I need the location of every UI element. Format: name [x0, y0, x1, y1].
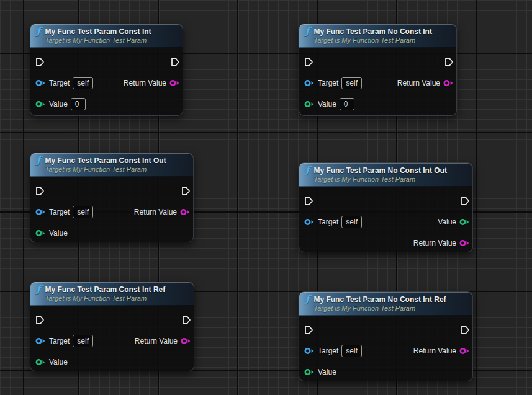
node-header[interactable]: ƒMy Func Test Param Const Int OutTarget …	[30, 153, 193, 177]
node-header[interactable]: ƒMy Func Test Param No Const IntTarget i…	[299, 24, 456, 48]
target-default-input[interactable]: self	[341, 77, 362, 89]
return-value-pin[interactable]	[181, 337, 191, 345]
value-pin[interactable]	[35, 100, 46, 108]
value-label: Value	[49, 100, 68, 109]
pin-row	[299, 190, 472, 211]
pin-cell-left: Value	[30, 229, 68, 237]
target-label: Target	[318, 218, 338, 226]
target-default-input[interactable]: self	[73, 77, 93, 89]
node-subtitle: Target is My Function Test Param	[45, 166, 166, 174]
blueprint-node-const-int[interactable]: ƒMy Func Test Param Const IntTarget is M…	[30, 24, 183, 116]
target-pin[interactable]	[304, 347, 315, 355]
node-header[interactable]: ƒMy Func Test Param Const IntTarget is M…	[30, 24, 183, 48]
exec-in-pin[interactable]	[304, 325, 313, 335]
pin-cell-left: Value	[299, 368, 336, 376]
pin-cell-right	[461, 196, 472, 206]
exec-in-pin[interactable]	[304, 57, 313, 67]
pin-row	[299, 51, 456, 73]
value-default-input[interactable]: 0	[340, 98, 354, 110]
exec-out-pin[interactable]	[181, 186, 191, 196]
value-label: Value	[438, 218, 456, 226]
node-subtitle: Target is My Function Test Param	[45, 37, 151, 45]
return-value-label: Return Value	[134, 208, 177, 216]
pin-row	[30, 51, 183, 73]
target-default-input[interactable]: self	[341, 216, 362, 228]
target-default-input[interactable]: self	[341, 345, 362, 357]
function-icon: ƒ	[37, 285, 40, 294]
value-default-input[interactable]: 0	[71, 98, 86, 110]
node-body: TargetselfReturn ValueValue0	[30, 48, 183, 117]
pin-row: TargetselfReturn Value	[30, 73, 183, 94]
pin-cell-right: Return Value	[413, 239, 472, 247]
node-title: My Func Test Param No Const Int Ref	[313, 295, 446, 304]
pin-cell-left	[299, 325, 313, 335]
pin-cell-right	[182, 315, 194, 325]
target-default-input[interactable]: self	[73, 206, 93, 218]
pin-cell-left: Targetself	[30, 335, 93, 347]
blueprint-canvas[interactable]: ƒMy Func Test Param Const IntTarget is M…	[0, 0, 532, 395]
node-title: My Func Test Param Const Int	[45, 27, 151, 37]
exec-in-pin[interactable]	[35, 315, 45, 325]
pin-row: TargetselfReturn Value	[30, 202, 193, 223]
node-header[interactable]: ƒMy Func Test Param Const Int RefTarget …	[30, 282, 194, 306]
exec-out-pin[interactable]	[182, 315, 191, 325]
exec-in-pin[interactable]	[304, 196, 313, 206]
value-pin[interactable]	[304, 368, 315, 376]
function-icon: ƒ	[305, 295, 309, 304]
node-body: TargetselfReturn ValueValue	[30, 177, 193, 246]
pin-cell-right	[181, 186, 193, 196]
exec-out-pin[interactable]	[171, 57, 180, 67]
target-label: Target	[49, 337, 70, 345]
blueprint-node-no-const-int-ref[interactable]: ƒMy Func Test Param No Const Int RefTarg…	[299, 291, 473, 381]
target-pin[interactable]	[35, 79, 46, 87]
pin-row: TargetselfValue	[299, 211, 472, 233]
node-titles: My Func Test Param No Const Int OutTarge…	[313, 163, 446, 187]
return-value-pin[interactable]	[443, 79, 454, 87]
node-titles: My Func Test Param No Const Int RefTarge…	[313, 292, 446, 316]
blueprint-node-const-int-ref[interactable]: ƒMy Func Test Param Const Int RefTarget …	[30, 282, 194, 371]
exec-in-pin[interactable]	[35, 57, 45, 67]
pin-row: Value	[299, 362, 472, 383]
pin-row: Value	[30, 352, 194, 373]
target-pin[interactable]	[35, 337, 46, 345]
node-title: My Func Test Param No Const Int Out	[313, 166, 446, 175]
blueprint-node-const-int-out[interactable]: ƒMy Func Test Param Const Int OutTarget …	[30, 153, 194, 242]
node-header[interactable]: ƒMy Func Test Param No Const Int OutTarg…	[299, 163, 472, 187]
node-titles: My Func Test Param No Const IntTarget is…	[313, 24, 431, 48]
pin-row: Value0	[299, 94, 456, 115]
pin-row: TargetselfReturn Value	[299, 73, 456, 94]
value-pin[interactable]	[304, 100, 315, 108]
pin-row: TargetselfReturn Value	[30, 331, 194, 352]
blueprint-node-no-const-int[interactable]: ƒMy Func Test Param No Const IntTarget i…	[299, 24, 457, 116]
node-title: My Func Test Param Const Int Out	[45, 156, 166, 166]
target-pin[interactable]	[35, 208, 46, 216]
return-value-pin[interactable]	[180, 208, 191, 216]
value-label: Value	[318, 100, 336, 109]
return-value-pin[interactable]	[459, 347, 470, 355]
value-pin[interactable]	[459, 218, 470, 226]
exec-out-pin[interactable]	[461, 196, 470, 206]
pin-cell-left: Targetself	[299, 216, 362, 228]
node-body: TargetselfReturn ValueValue0	[299, 48, 456, 117]
target-label: Target	[318, 79, 338, 87]
exec-in-pin[interactable]	[35, 186, 45, 196]
exec-out-pin[interactable]	[444, 57, 454, 67]
exec-out-pin[interactable]	[461, 325, 470, 335]
return-value-pin[interactable]	[169, 79, 180, 87]
node-header[interactable]: ƒMy Func Test Param No Const Int RefTarg…	[299, 292, 472, 316]
pin-cell-left	[30, 186, 45, 196]
node-titles: My Func Test Param Const Int RefTarget i…	[45, 282, 165, 306]
node-titles: My Func Test Param Const Int OutTarget i…	[45, 153, 166, 177]
value-pin[interactable]	[35, 229, 46, 237]
value-label: Value	[49, 229, 68, 237]
pin-cell-left: Value0	[30, 98, 86, 110]
target-pin[interactable]	[304, 79, 315, 87]
target-default-input[interactable]: self	[73, 335, 93, 347]
target-pin[interactable]	[304, 218, 315, 226]
value-pin[interactable]	[35, 358, 46, 366]
blueprint-node-no-const-int-out[interactable]: ƒMy Func Test Param No Const Int OutTarg…	[299, 162, 473, 252]
node-subtitle: Target is My Function Test Param	[45, 295, 165, 303]
return-value-pin[interactable]	[459, 239, 470, 247]
function-icon: ƒ	[37, 156, 40, 165]
pin-cell-left	[299, 196, 313, 206]
